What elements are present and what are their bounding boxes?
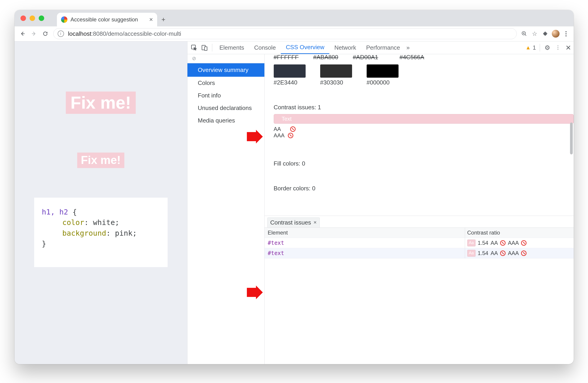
nav-back-button[interactable] [17, 31, 28, 36]
address-bar[interactable]: i localhost:8080/demo/accessible-color-m… [53, 28, 517, 39]
col-element: Element [265, 228, 465, 238]
fail-icon [500, 251, 505, 256]
sidebar-item-colors[interactable]: Colors [188, 77, 264, 89]
css-selector: h1, h2 [42, 208, 68, 216]
svg-rect-3 [205, 47, 207, 50]
inspect-element-icon[interactable] [189, 44, 199, 51]
devtools-settings-icon[interactable]: ⚙ [542, 44, 553, 51]
profile-avatar[interactable] [550, 30, 561, 38]
extensions-icon[interactable] [540, 31, 550, 36]
new-tab-button[interactable]: + [157, 13, 170, 26]
color-label: #303030 [320, 79, 352, 86]
warnings-indicator[interactable]: ▲ 1 [525, 44, 536, 51]
aaa-label: AAA [508, 250, 519, 256]
color-swatch[interactable] [320, 64, 352, 78]
section-contrast-issues: Contrast issues: 1 [265, 103, 574, 112]
fail-icon [521, 251, 526, 256]
browser-tab-bar: Accessible color suggestion × + [15, 10, 574, 26]
devtools-close-icon[interactable]: ✕ [563, 44, 574, 52]
window-zoom-icon[interactable] [39, 16, 44, 21]
nav-reload-button[interactable] [40, 31, 51, 36]
nav-forward-button[interactable] [28, 31, 40, 36]
aa-label: AA [274, 126, 281, 132]
browser-tab[interactable]: Accessible color suggestion × [57, 13, 157, 26]
browser-window: Accessible color suggestion × + i localh… [15, 10, 574, 364]
tabs-overflow-icon[interactable]: » [406, 44, 410, 51]
window-close-icon[interactable] [21, 16, 26, 21]
device-toggle-icon[interactable] [199, 44, 210, 51]
url-path: :8080/demo/accessible-color-multi [91, 30, 181, 37]
tab-favicon-icon [61, 16, 67, 23]
scrollbar-thumb[interactable] [570, 123, 573, 154]
css-prop-color: color [63, 218, 84, 227]
drawer-tabs: Contrast issues ✕ [265, 216, 574, 228]
devtools-menu-icon[interactable]: ⋮ [553, 45, 563, 51]
color-label: #2E3440 [274, 79, 306, 86]
url-host: localhost [68, 30, 92, 37]
bookmark-star-icon[interactable]: ☆ [529, 30, 540, 37]
tab-close-icon[interactable]: × [149, 16, 153, 23]
tab-elements[interactable]: Elements [214, 42, 249, 54]
color-label: #FFFFFF [274, 54, 299, 61]
contrast-aa-row: AA [265, 126, 574, 132]
devtools-body: ⊘ Overview summary Colors Font info Unus… [188, 54, 574, 364]
url-text: localhost:8080/demo/accessible-color-mul… [68, 30, 181, 37]
site-info-icon[interactable]: i [58, 30, 64, 37]
col-contrast-ratio: Contrast ratio [465, 228, 574, 238]
css-overview-main: #FFFFFF #ABA800 #AD00A1 #4C566A #2E3440 [265, 54, 574, 364]
css-val-white: white [93, 218, 115, 227]
cell-element: #text [265, 238, 465, 248]
aa-label: AA [490, 250, 498, 256]
devtools-panel: Elements Console CSS Overview Network Pe… [187, 42, 574, 364]
color-swatch[interactable] [274, 64, 306, 78]
browser-menu-button[interactable] [561, 31, 571, 36]
devtools-tabbar: Elements Console CSS Overview Network Pe… [188, 42, 574, 54]
kebab-icon [566, 31, 567, 36]
fail-icon [288, 133, 293, 138]
table-row[interactable]: #text Aa 1.54 AA AAA [265, 248, 574, 258]
mini-swatch-icon: Aa [467, 239, 476, 246]
tab-network[interactable]: Network [329, 42, 361, 54]
table-header-row: Element Contrast ratio [265, 228, 574, 238]
sidebar-item-unused-declarations[interactable]: Unused declarations [188, 102, 264, 114]
drawer-tab-contrast-issues[interactable]: Contrast issues ✕ [267, 217, 320, 228]
fail-icon [521, 240, 526, 246]
css-prop-background: background [63, 229, 106, 237]
sidebar-item-media-queries[interactable]: Media queries [188, 114, 264, 127]
color-label: #AD00A1 [353, 54, 378, 61]
warning-icon: ▲ [525, 44, 531, 51]
tab-performance[interactable]: Performance [361, 42, 405, 54]
css-close-brace: } [42, 238, 160, 249]
avatar-icon [552, 30, 560, 38]
browser-toolbar: i localhost:8080/demo/accessible-color-m… [15, 26, 574, 42]
sidebar-item-overview-summary[interactable]: Overview summary [188, 63, 264, 77]
window-traffic-lights [21, 10, 44, 26]
drawer-tab-label: Contrast issues [270, 219, 311, 226]
color-label: #ABA800 [313, 54, 338, 61]
bottom-drawer: Contrast issues ✕ Element Contrast ratio [265, 216, 574, 258]
sidebar-item-font-info[interactable]: Font info [188, 89, 264, 102]
content-area: Fix me! Fix me! h1, h2 { color: white; b… [15, 42, 574, 364]
demo-heading-h1: Fix me! [66, 91, 135, 114]
page-zoom-icon[interactable] [519, 31, 529, 37]
window-minimize-icon[interactable] [30, 16, 35, 21]
sidebar-clear-icon[interactable]: ⊘ [188, 54, 264, 63]
cell-element: #text [265, 248, 465, 258]
table-row[interactable]: #text Aa 1.54 AA AAA [265, 238, 574, 248]
mini-swatch-icon: Aa [467, 250, 476, 257]
cell-ratio: Aa 1.54 AA AAA [465, 248, 574, 258]
fail-icon [290, 126, 295, 132]
tab-console[interactable]: Console [249, 42, 281, 54]
warning-count: 1 [533, 44, 536, 51]
section-fill-colors: Fill colors: 0 [265, 159, 574, 168]
section-border-colors: Border colors: 0 [265, 184, 574, 193]
contrast-text-swatch[interactable]: Text [274, 114, 574, 124]
ratio-value: 1.54 [478, 250, 488, 256]
color-label: #000000 [367, 79, 399, 86]
tab-css-overview[interactable]: CSS Overview [281, 42, 329, 54]
color-swatch[interactable] [367, 64, 399, 78]
color-label-row: #2E3440 #303030 #000000 [265, 79, 574, 87]
aaa-label: AAA [274, 132, 285, 139]
drawer-tab-close-icon[interactable]: ✕ [313, 220, 317, 225]
cell-ratio: Aa 1.54 AA AAA [465, 238, 574, 248]
